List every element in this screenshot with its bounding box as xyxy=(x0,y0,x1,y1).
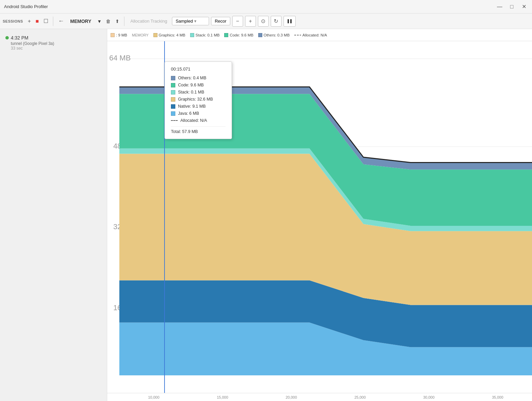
tooltip: 00:15.071 Others: 0.4 MB Code: 9.6 MB St… xyxy=(165,61,232,139)
sampled-arrow-icon: ▾ xyxy=(194,19,197,24)
add-session-button[interactable]: + xyxy=(26,17,32,26)
legend-java: : 9 MB xyxy=(111,33,127,37)
pause-button[interactable] xyxy=(284,16,296,27)
tooltip-total: Total: 57.9 MB xyxy=(171,126,226,134)
layout-button[interactable]: ☐ xyxy=(42,17,50,26)
legend-java-label: : 9 MB xyxy=(116,33,127,37)
legend-java-swatch xyxy=(111,33,115,37)
sessions-label: SESSIONS xyxy=(3,19,23,23)
memory-dropdown-button[interactable]: ▾ xyxy=(96,17,102,25)
tooltip-graphics-label: Graphics: 32.6 MB xyxy=(178,97,213,102)
legend-others: Others: 0.3 MB xyxy=(258,33,290,37)
allocation-tracking-label: Allocation Tracking xyxy=(128,17,170,25)
sidebar: 4:32 PM tunnel (Google Pixel 3a) 33 sec xyxy=(0,29,107,401)
legend-stack-swatch xyxy=(190,33,194,37)
stop-button[interactable]: ■ xyxy=(34,17,40,26)
tooltip-code-label: Code: 9.6 MB xyxy=(178,83,204,87)
tooltip-allocated-dash xyxy=(171,120,178,121)
legend-allocated: Allocated: N/A xyxy=(294,33,327,37)
reset-zoom-button[interactable]: ⊙ xyxy=(258,16,269,27)
session-device-label: tunnel (Google Pixel 3a) xyxy=(5,41,101,46)
x-axis: 10,000 15,000 20,000 25,000 30,000 35,00… xyxy=(107,393,532,401)
tooltip-stack-swatch xyxy=(171,90,175,95)
session-duration-label: 33 sec xyxy=(5,46,101,51)
record-label: Recor xyxy=(215,19,227,24)
tooltip-others-swatch xyxy=(171,76,175,80)
sampled-dropdown[interactable]: Sampled ▾ xyxy=(172,17,209,25)
tooltip-native-swatch xyxy=(171,104,175,109)
app-title: Android Studio Profiler xyxy=(4,4,48,9)
main-layout: 4:32 PM tunnel (Google Pixel 3a) 33 sec … xyxy=(0,29,532,401)
tooltip-stack-label: Stack: 0.1 MB xyxy=(178,90,204,95)
tooltip-java-label: Java: 6 MB xyxy=(178,111,199,116)
session-status-dot xyxy=(5,36,9,39)
tooltip-row-others: Others: 0.4 MB xyxy=(171,76,226,80)
close-button[interactable]: ✕ xyxy=(520,3,528,11)
maximize-button[interactable]: □ xyxy=(508,3,516,11)
x-tick-35000: 35,000 xyxy=(463,395,532,399)
tooltip-graphics-swatch xyxy=(171,97,175,102)
session-time-label: 4:32 PM xyxy=(11,35,28,41)
legend-code: Code: 9.6 MB xyxy=(224,33,253,37)
sampled-label: Sampled xyxy=(176,19,193,24)
legend-graphics: Graphics: 4 MB xyxy=(153,33,185,37)
tooltip-time: 00:15.071 xyxy=(171,66,226,72)
x-tick-25000: 25,000 xyxy=(326,395,394,399)
chart-area: : 9 MB MEMORY Graphics: 4 MB Stack: 0.1 … xyxy=(107,29,532,401)
tooltip-row-native: Native: 9.1 MB xyxy=(171,104,226,109)
legend-code-label: Code: 9.6 MB xyxy=(230,33,253,37)
legend-memory-label: MEMORY xyxy=(132,33,148,37)
record-button[interactable]: Recor xyxy=(211,17,230,25)
tooltip-others-label: Others: 0.4 MB xyxy=(178,76,206,80)
tooltip-row-stack: Stack: 0.1 MB xyxy=(171,90,226,95)
legend-graphics-label: Graphics: 4 MB xyxy=(159,33,185,37)
memory-label: MEMORY xyxy=(67,17,94,25)
tooltip-row-allocated: Allocated: N/A xyxy=(171,118,226,123)
svg-rect-1 xyxy=(290,19,292,23)
back-button[interactable]: ← xyxy=(57,16,65,26)
x-tick-20000: 20,000 xyxy=(257,395,326,399)
tooltip-allocated-label: Allocated: N/A xyxy=(180,118,207,123)
svg-rect-0 xyxy=(288,19,289,23)
toolbar-separator-1 xyxy=(53,17,53,26)
legend-stack-label: Stack: 0.1 MB xyxy=(196,33,220,37)
legend-memory-text: MEMORY xyxy=(132,33,148,37)
toolbar-separator-2 xyxy=(124,17,124,26)
toolbar: SESSIONS + ■ ☐ ← MEMORY ▾ 🗑 ⬆ Allocation… xyxy=(0,14,532,29)
legend-allocated-dash xyxy=(294,35,301,35)
legend-allocated-label: Allocated: N/A xyxy=(302,33,327,37)
zoom-out-button[interactable]: − xyxy=(232,16,243,27)
legend-stack: Stack: 0.1 MB xyxy=(190,33,220,37)
tooltip-native-label: Native: 9.1 MB xyxy=(178,104,206,109)
title-bar: Android Studio Profiler — □ ✕ xyxy=(0,0,532,14)
session-item[interactable]: 4:32 PM tunnel (Google Pixel 3a) 33 sec xyxy=(4,33,103,53)
tooltip-code-swatch xyxy=(171,83,175,87)
legend-others-swatch xyxy=(258,33,262,37)
svg-text:64 MB: 64 MB xyxy=(109,54,131,62)
minimize-button[interactable]: — xyxy=(496,3,504,11)
x-tick-15000: 15,000 xyxy=(188,395,257,399)
refresh-button[interactable]: ↻ xyxy=(271,16,282,27)
delete-button[interactable]: 🗑 xyxy=(105,17,112,25)
tooltip-java-swatch xyxy=(171,111,175,116)
x-tick-30000: 30,000 xyxy=(394,395,463,399)
tooltip-row-graphics: Graphics: 32.6 MB xyxy=(171,97,226,102)
tooltip-row-java: Java: 6 MB xyxy=(171,111,226,116)
tooltip-row-code: Code: 9.6 MB xyxy=(171,83,226,87)
legend-graphics-swatch xyxy=(153,33,157,37)
zoom-in-button[interactable]: + xyxy=(245,16,256,27)
export-button[interactable]: ⬆ xyxy=(114,17,121,25)
x-tick-10000: 10,000 xyxy=(119,395,188,399)
chart-container[interactable]: 64 MB 48 32 16 xyxy=(107,41,532,401)
legend-code-swatch xyxy=(224,33,228,37)
legend-bar: : 9 MB MEMORY Graphics: 4 MB Stack: 0.1 … xyxy=(107,29,532,41)
legend-others-label: Others: 0.3 MB xyxy=(264,33,290,37)
